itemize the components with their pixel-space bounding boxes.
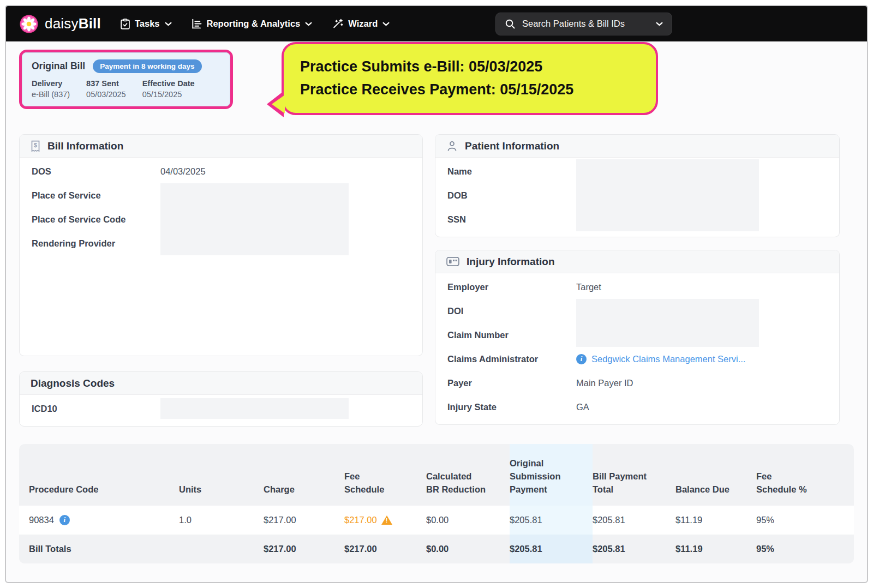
col-original-submission-payment: Original Submission Payment	[510, 444, 593, 506]
info-icon[interactable]	[59, 515, 70, 525]
col-fee-schedule: Fee Schedule	[344, 444, 426, 506]
totals-bill-payment-total: $205.81	[593, 535, 675, 563]
field-row-dos: DOS 04/03/2025	[20, 159, 422, 183]
chevron-down-icon	[165, 22, 172, 26]
balance-due-value: $11.19	[675, 506, 756, 535]
chevron-down-icon	[305, 22, 312, 26]
original-bill-status-card: Original Bill Payment in 8 working days …	[22, 52, 230, 106]
field-row-rendering-provider: Rendering Provider	[20, 231, 422, 255]
effective-date-value: 05/15/2025	[142, 90, 195, 99]
redacted-value	[576, 207, 759, 231]
field-row-icd10: ICD10	[20, 397, 422, 421]
redacted-value	[160, 398, 349, 419]
col-charge: Charge	[264, 444, 344, 506]
dob-label: DOB	[447, 190, 576, 201]
procedures-table-wrap: Procedure Code Units Charge Fee Schedule…	[19, 444, 854, 563]
delivery-label: Delivery	[32, 79, 70, 88]
field-row-claims-administrator: Claims Administrator Sedgwick Claims Man…	[435, 347, 839, 371]
employer-value: Target	[576, 282, 601, 292]
payer-label: Payer	[447, 378, 576, 388]
ssn-label: SSN	[447, 214, 576, 225]
patient-person-icon	[446, 140, 458, 152]
patient-information-title: Patient Information	[465, 140, 559, 152]
rendering-provider-label: Rendering Provider	[32, 238, 160, 249]
fee-schedule-pct-value: 95%	[756, 506, 854, 535]
injury-state-label: Injury State	[447, 402, 576, 412]
totals-original-submission-payment: $205.81	[510, 535, 593, 563]
icd10-label: ICD10	[32, 404, 160, 414]
col-fee-schedule-pct: Fee Schedule %	[756, 444, 854, 506]
chevron-down-icon	[382, 22, 390, 26]
bill-document-icon: $	[31, 140, 40, 152]
brand-daisy: daisy	[45, 15, 79, 32]
nav-wizard[interactable]: Wizard	[332, 19, 390, 29]
employer-label: Employer	[447, 282, 576, 292]
top-navbar: daisyBill Tasks Reporting & Analytics	[6, 6, 867, 41]
injury-card-icon	[446, 256, 459, 267]
field-row-dob: DOB	[435, 183, 839, 207]
patient-information-card: Patient Information Name DOB SSN	[435, 134, 840, 237]
clipboard-icon	[121, 19, 130, 29]
redacted-value	[160, 207, 349, 231]
nav-tasks[interactable]: Tasks	[121, 19, 172, 29]
redacted-value	[160, 231, 349, 255]
callout-line-2: Practice Receives Payment: 05/15/2025	[300, 79, 639, 101]
col-balance-due: Balance Due	[675, 444, 756, 506]
nav-tasks-label: Tasks	[135, 19, 160, 29]
procedure-code-value: 90834	[29, 515, 54, 525]
nav-reporting-label: Reporting & Analytics	[207, 19, 301, 29]
claims-administrator-label: Claims Administrator	[447, 354, 576, 364]
units-value: 1.0	[179, 506, 264, 535]
injury-information-card: Injury Information Employer Target DOI C…	[435, 250, 840, 425]
search-icon	[505, 19, 516, 29]
col-calculated-br-reduction: Calculated BR Reduction	[426, 444, 510, 506]
bill-information-card: $ Bill Information DOS 04/03/2025 Place …	[19, 134, 423, 356]
payment-timing-badge: Payment in 8 working days	[93, 59, 201, 73]
daisybill-logo[interactable]: daisyBill	[19, 14, 101, 34]
redacted-value	[160, 183, 349, 207]
diagnosis-codes-card: Diagnosis Codes ICD10	[19, 371, 423, 427]
diagnosis-codes-title: Diagnosis Codes	[31, 377, 115, 389]
totals-charge: $217.00	[264, 535, 344, 563]
claims-administrator-link[interactable]: Sedgwick Claims Management Servi...	[576, 354, 745, 364]
callout-line-1: Practice Submits e-Bill: 05/03/2025	[300, 56, 639, 79]
brand-bill: Bill	[79, 15, 101, 32]
injury-state-value: GA	[576, 402, 589, 412]
redacted-value	[576, 159, 759, 183]
col-bill-payment-total: Bill Payment Total	[593, 444, 675, 506]
field-row-doi: DOI	[435, 299, 839, 323]
field-row-payer: Payer Main Payer ID	[435, 371, 839, 395]
fee-schedule-value: $217.00	[344, 515, 377, 525]
place-of-service-code-label: Place of Service Code	[32, 214, 160, 225]
svg-text:$: $	[34, 142, 37, 148]
table-row: 90834 1.0 $217.00 $217.00 $0.0	[19, 506, 854, 535]
delivery-field: Delivery e-Bill (837)	[32, 79, 70, 99]
charge-value: $217.00	[264, 506, 344, 535]
redacted-value	[576, 183, 759, 207]
claims-administrator-value[interactable]: Sedgwick Claims Management Servi...	[591, 354, 745, 364]
warning-icon[interactable]	[381, 515, 392, 525]
original-bill-highlight-ring: Original Bill Payment in 8 working days …	[19, 50, 233, 109]
effective-date-field: Effective Date 05/15/2025	[142, 79, 195, 99]
info-icon[interactable]	[576, 354, 587, 364]
claim-number-label: Claim Number	[447, 330, 576, 340]
bill-totals-row: Bill Totals $217.00 $217.00 $0.00 $205.8…	[19, 535, 854, 563]
bar-chart-icon	[192, 19, 202, 29]
sent-837-label: 837 Sent	[86, 79, 126, 88]
bill-totals-label: Bill Totals	[19, 535, 179, 563]
col-units: Units	[179, 444, 264, 506]
search-patients-input[interactable]: Search Patients & Bill IDs	[495, 13, 672, 35]
bill-type-title: Original Bill	[32, 61, 85, 72]
nav-reporting-analytics[interactable]: Reporting & Analytics	[192, 19, 313, 29]
field-row-claim-number: Claim Number	[435, 323, 839, 347]
window-frame: daisyBill Tasks Reporting & Analytics	[5, 5, 868, 583]
daisy-flower-icon	[19, 14, 39, 34]
sent-837-value: 05/03/2025	[86, 90, 126, 99]
delivery-value: e-Bill (837)	[32, 90, 70, 99]
place-of-service-label: Place of Service	[32, 190, 160, 201]
search-dropdown-chevron-icon[interactable]	[656, 22, 663, 26]
name-label: Name	[447, 166, 576, 177]
effective-date-label: Effective Date	[142, 79, 195, 88]
redacted-value	[576, 299, 759, 323]
doi-label: DOI	[447, 306, 576, 316]
